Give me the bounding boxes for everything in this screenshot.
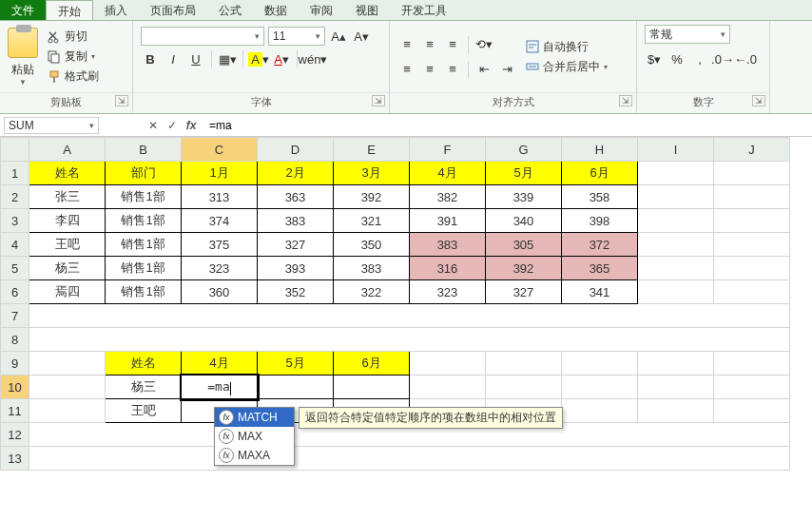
cell[interactable]: 316 [410,257,486,280]
cell[interactable] [638,185,714,209]
row-head-3[interactable]: 3 [1,209,29,233]
cell[interactable]: 6月 [334,352,410,376]
cell[interactable] [562,376,638,399]
fill-color-button[interactable]: A▾ [249,49,268,68]
number-launcher[interactable]: ⇲ [752,95,765,106]
orientation-button[interactable]: ⟲▾ [474,35,493,54]
cell[interactable] [29,352,106,376]
cell[interactable] [714,209,790,233]
cell[interactable] [334,376,410,399]
cell[interactable]: 398 [562,209,638,233]
cell[interactable]: 姓名 [106,352,182,376]
cell[interactable]: 383 [410,233,486,257]
cell[interactable]: 323 [410,280,486,304]
cell[interactable]: 销售1部 [106,280,182,304]
cell[interactable] [638,233,714,257]
row-head-5[interactable]: 5 [1,257,29,280]
alignment-launcher[interactable]: ⇲ [619,95,632,106]
cancel-formula-button[interactable]: ✕ [145,117,162,134]
number-format-combo[interactable]: 常规▾ [645,25,730,44]
cell[interactable]: 6月 [562,162,638,185]
cell[interactable]: 焉四 [29,280,106,304]
row-head-1[interactable]: 1 [1,162,29,185]
cell[interactable]: 375 [182,233,258,257]
cell[interactable]: 部门 [106,162,182,185]
cell[interactable]: 销售1部 [106,185,182,209]
cell[interactable]: 392 [486,257,562,280]
cell[interactable]: 1月 [182,162,258,185]
col-head-J[interactable]: J [714,138,790,162]
tab-view[interactable]: 视图 [344,0,390,20]
decrease-indent-button[interactable]: ⇤ [474,60,493,79]
phonetic-button[interactable]: wén▾ [303,49,322,68]
cell[interactable]: 李四 [29,209,106,233]
enter-formula-button[interactable]: ✓ [164,117,181,134]
col-head-G[interactable]: G [486,138,562,162]
decrease-decimal-button[interactable]: ←.0 [736,49,755,68]
row-head-9[interactable]: 9 [1,352,29,376]
align-bottom-button[interactable]: ≡ [443,35,462,54]
align-top-button[interactable]: ≡ [397,35,416,54]
tab-file[interactable]: 文件 [0,0,46,20]
font-launcher[interactable]: ⇲ [372,95,385,106]
format-painter-button[interactable]: 格式刷 [44,67,103,86]
cell[interactable]: 358 [562,185,638,209]
cell[interactable]: 305 [486,233,562,257]
cell[interactable]: 王吧 [106,399,182,423]
paste-dropdown-arrow[interactable]: ▼ [19,78,27,87]
copy-button[interactable]: 复制 ▾ [44,48,103,66]
align-left-button[interactable]: ≡ [397,60,416,79]
cell[interactable]: 392 [334,185,410,209]
tab-data[interactable]: 数据 [253,0,299,20]
cell[interactable]: 2月 [258,162,334,185]
cell[interactable]: 杨三 [106,376,182,399]
col-head-A[interactable]: A [29,138,106,162]
borders-button[interactable]: ▦▾ [218,49,237,68]
col-head-C[interactable]: C [182,138,258,162]
cell[interactable] [714,352,790,376]
cell[interactable]: 327 [258,233,334,257]
cell[interactable]: 322 [334,280,410,304]
cell[interactable] [714,233,790,257]
cell[interactable]: 383 [334,257,410,280]
cell[interactable]: 352 [258,280,334,304]
cell[interactable] [562,352,638,376]
underline-button[interactable]: U [186,49,205,68]
cell[interactable] [714,399,790,423]
cell[interactable]: 销售1部 [106,209,182,233]
wrap-text-button[interactable]: 自动换行 [522,38,611,56]
decrease-font-button[interactable]: A▾ [352,27,371,46]
cell[interactable] [29,328,790,352]
cell[interactable] [638,376,714,399]
cell[interactable] [638,352,714,376]
cell[interactable] [714,376,790,399]
comma-button[interactable]: , [690,49,709,68]
cell[interactable] [29,447,790,471]
select-all-corner[interactable] [1,138,29,162]
col-head-H[interactable]: H [562,138,638,162]
italic-button[interactable]: I [164,49,183,68]
increase-indent-button[interactable]: ⇥ [497,60,516,79]
cell[interactable] [714,185,790,209]
increase-font-button[interactable]: A▴ [329,27,348,46]
cell[interactable]: 372 [562,233,638,257]
cell[interactable]: 383 [258,209,334,233]
cell[interactable] [638,162,714,185]
cut-button[interactable]: 剪切 [44,28,103,46]
tab-home[interactable]: 开始 [46,0,93,20]
cell[interactable]: 4月 [410,162,486,185]
cell[interactable]: 339 [486,185,562,209]
row-head-10[interactable]: 10 [1,376,29,399]
col-head-E[interactable]: E [334,138,410,162]
cell[interactable] [714,280,790,304]
cell-active-editing[interactable]: =ma [182,376,258,399]
row-head-6[interactable]: 6 [1,280,29,304]
cell[interactable]: 4月 [182,352,258,376]
cell[interactable]: 382 [410,185,486,209]
cell[interactable] [638,257,714,280]
cell[interactable] [714,257,790,280]
cell[interactable]: 365 [562,257,638,280]
cell[interactable] [638,209,714,233]
row-head-12[interactable]: 12 [1,423,29,447]
cell[interactable] [638,280,714,304]
